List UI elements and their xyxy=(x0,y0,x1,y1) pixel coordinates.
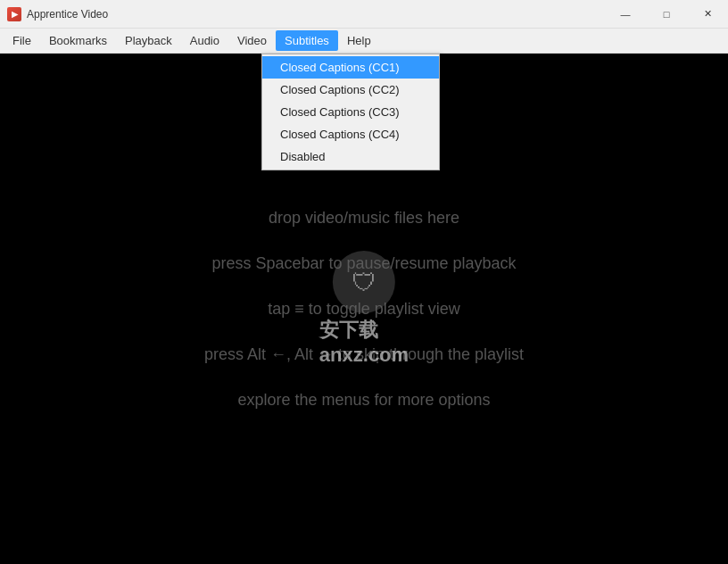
menu-subtitles[interactable]: Subtitles xyxy=(276,30,338,51)
hint-drop: drop video/music files here xyxy=(269,209,459,228)
window-title: Apprentice Video xyxy=(27,8,108,21)
menu-playback[interactable]: Playback xyxy=(116,30,181,51)
watermark-icon: 🛡 xyxy=(333,251,395,313)
app-icon: ▶ xyxy=(7,7,21,21)
dropdown-menu: Closed Captions (CC1) Closed Captions (C… xyxy=(261,54,440,170)
subtitles-dropdown: Closed Captions (CC1) Closed Captions (C… xyxy=(261,54,440,170)
maximize-button[interactable]: □ xyxy=(646,0,687,29)
title-bar-left: ▶ Apprentice Video xyxy=(7,7,108,21)
menu-audio[interactable]: Audio xyxy=(181,30,228,51)
menu-file[interactable]: File xyxy=(4,30,40,51)
menu-bar: File Bookmarks Playback Audio Video Subt… xyxy=(0,29,728,54)
title-bar-controls: — □ ✕ xyxy=(605,0,728,29)
close-button[interactable]: ✕ xyxy=(687,0,728,29)
dropdown-item-disabled[interactable]: Disabled xyxy=(262,145,439,168)
title-bar: ▶ Apprentice Video — □ ✕ xyxy=(0,0,728,29)
menu-video[interactable]: Video xyxy=(228,30,276,51)
dropdown-item-cc1[interactable]: Closed Captions (CC1) xyxy=(262,56,439,79)
dropdown-item-cc3[interactable]: Closed Captions (CC3) xyxy=(262,101,439,123)
watermark-text: 安下载anxz.com xyxy=(319,317,409,367)
watermark: 🛡 安下载anxz.com xyxy=(319,251,409,367)
dropdown-item-cc2[interactable]: Closed Captions (CC2) xyxy=(262,79,439,101)
minimize-button[interactable]: — xyxy=(605,0,646,29)
hint-explore: explore the menus for more options xyxy=(237,391,490,410)
menu-help[interactable]: Help xyxy=(338,30,380,51)
menu-bookmarks[interactable]: Bookmarks xyxy=(40,30,116,51)
dropdown-item-cc4[interactable]: Closed Captions (CC4) xyxy=(262,123,439,145)
